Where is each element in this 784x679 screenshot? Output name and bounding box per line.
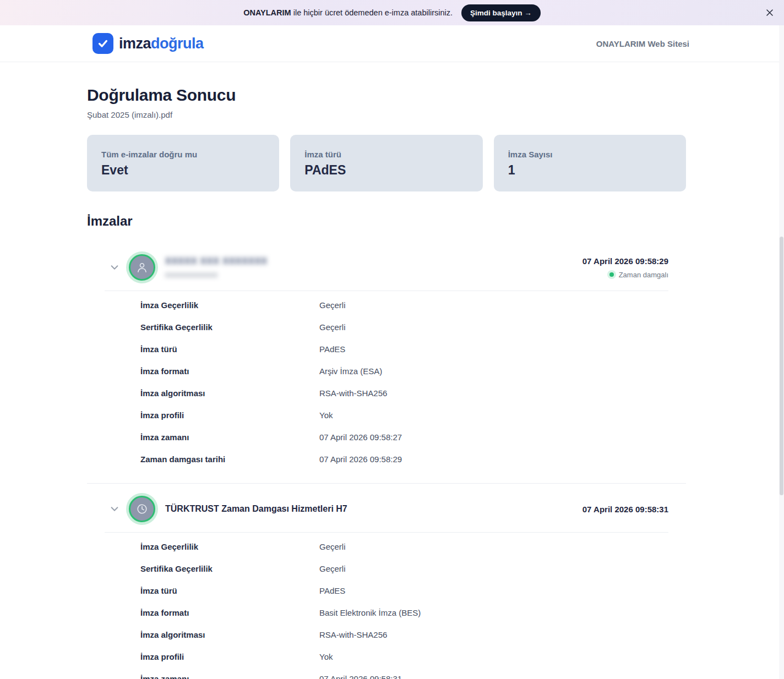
detail-row: Sertifika Geçerlilik Geçerli bbox=[140, 316, 686, 338]
signer-name-redacted: XXXXX XXX XXXXXXX bbox=[165, 256, 268, 266]
detail-label: İmza formatı bbox=[140, 366, 319, 376]
logo-check-badge bbox=[92, 33, 113, 54]
card-signature-count: İmza Sayısı 1 bbox=[494, 135, 686, 191]
timestamp-authority-avatar bbox=[129, 496, 155, 522]
promo-message: ONAYLARIM ile hiçbir ücret ödemeden e-im… bbox=[243, 8, 453, 17]
signature-row[interactable]: XXXXX XXX XXXXXXX xxxxxxxxxxxx 07 April … bbox=[87, 254, 686, 281]
detail-row: Sertifika Geçerlilik Geçerli bbox=[140, 557, 686, 579]
detail-label: İmza profili bbox=[140, 410, 319, 420]
timestamp-badge-label: Zaman damgalı bbox=[619, 271, 668, 279]
main-content: Doğrulama Sonucu Şubat 2025 (imzalı).pdf… bbox=[87, 86, 686, 679]
signature-block-1: XXXXX XXX XXXXXXX xxxxxxxxxxxx 07 April … bbox=[87, 254, 686, 475]
signature-row[interactable]: TÜRKTRUST Zaman Damgası Hizmetleri H7 07… bbox=[87, 484, 686, 522]
detail-label: İmza algoritması bbox=[140, 630, 319, 639]
card-value: PAdES bbox=[304, 163, 468, 178]
signer-name-block: XXXXX XXX XXXXXXX xxxxxxxxxxxx bbox=[165, 256, 268, 279]
signature-date: 07 April 2026 09:58:29 bbox=[582, 256, 668, 266]
detail-value: PAdES bbox=[319, 586, 345, 595]
signatures-heading: İmzalar bbox=[87, 213, 686, 229]
detail-row: İmza profili Yok bbox=[140, 404, 686, 426]
logo-wordmark-imza: imza bbox=[119, 35, 151, 52]
detail-row: İmza formatı Arşiv İmza (ESA) bbox=[140, 360, 686, 382]
collapse-toggle[interactable] bbox=[109, 503, 120, 514]
detail-row: İmza Geçerlilik Geçerli bbox=[140, 535, 686, 557]
card-signature-type: İmza türü PAdES bbox=[290, 135, 482, 191]
detail-row: Zaman damgası tarihi 07 April 2026 09:58… bbox=[140, 448, 686, 470]
detail-label: İmza Geçerlilik bbox=[140, 300, 319, 310]
signature-meta: 07 April 2026 09:58:31 bbox=[582, 505, 686, 514]
detail-label: İmza türü bbox=[140, 344, 319, 354]
chevron-down-icon bbox=[110, 262, 119, 272]
detail-value: RSA-with-SHA256 bbox=[319, 630, 387, 639]
signature-date: 07 April 2026 09:58:31 bbox=[582, 505, 668, 514]
timestamp-authority-name: TÜRKTRUST Zaman Damgası Hizmetleri H7 bbox=[165, 504, 347, 514]
detail-row: İmza zamanı 07 April 2026 09:58:31 bbox=[140, 667, 686, 679]
close-icon bbox=[765, 8, 774, 17]
timestamp-badge: Zaman damgalı bbox=[582, 271, 668, 279]
detail-value: Geçerli bbox=[319, 542, 346, 551]
chevron-down-icon bbox=[110, 504, 119, 514]
promo-banner: ONAYLARIM ile hiçbir ücret ödemeden e-im… bbox=[0, 0, 784, 25]
card-label: İmza Sayısı bbox=[508, 150, 672, 159]
detail-value: 07 April 2026 09:58:29 bbox=[319, 455, 402, 464]
document-filename: Şubat 2025 (imzalı).pdf bbox=[87, 110, 686, 119]
detail-row: İmza algoritması RSA-with-SHA256 bbox=[140, 623, 686, 645]
banner-close-button[interactable] bbox=[764, 7, 775, 18]
detail-value: Geçerli bbox=[319, 322, 346, 332]
detail-value: Basit Elektronik İmza (BES) bbox=[319, 608, 421, 617]
detail-value: Yok bbox=[319, 652, 333, 661]
logo-wordmark-dogrula: doğrula bbox=[151, 35, 204, 52]
person-icon bbox=[135, 260, 149, 275]
signer-subtitle-redacted: xxxxxxxxxxxx bbox=[165, 270, 268, 279]
detail-label: İmza profili bbox=[140, 652, 319, 661]
detail-value: Geçerli bbox=[319, 564, 346, 573]
signature-details: İmza Geçerlilik Geçerli Sertifika Geçerl… bbox=[87, 533, 686, 679]
detail-label: Zaman damgası tarihi bbox=[140, 455, 319, 464]
card-label: İmza türü bbox=[304, 150, 468, 159]
collapse-toggle[interactable] bbox=[109, 262, 120, 273]
start-now-button[interactable]: Şimdi başlayın → bbox=[461, 4, 541, 21]
signature-details: İmza Geçerlilik Geçerli Sertifika Geçerl… bbox=[87, 291, 686, 475]
clock-icon bbox=[135, 502, 149, 516]
signature-block-2: TÜRKTRUST Zaman Damgası Hizmetleri H7 07… bbox=[87, 484, 686, 679]
detail-value: Arşiv İmza (ESA) bbox=[319, 366, 382, 376]
onaylarim-website-link[interactable]: ONAYLARIM Web Sitesi bbox=[596, 39, 689, 48]
promo-message-text: ile hiçbir ücret ödemeden e-imza atabili… bbox=[291, 8, 453, 17]
card-value: Evet bbox=[101, 163, 265, 178]
detail-label: İmza formatı bbox=[140, 608, 319, 617]
detail-label: İmza algoritması bbox=[140, 388, 319, 398]
signer-avatar bbox=[129, 254, 155, 281]
detail-label: Sertifika Geçerlilik bbox=[140, 322, 319, 332]
card-label: Tüm e-imzalar doğru mu bbox=[101, 150, 265, 159]
promo-message-brand: ONAYLARIM bbox=[243, 8, 291, 17]
detail-label: İmza zamanı bbox=[140, 432, 319, 442]
detail-row: İmza formatı Basit Elektronik İmza (BES) bbox=[140, 601, 686, 623]
page-title: Doğrulama Sonucu bbox=[87, 86, 686, 105]
summary-cards: Tüm e-imzalar doğru mu Evet İmza türü PA… bbox=[87, 135, 686, 191]
detail-row: İmza zamanı 07 April 2026 09:58:27 bbox=[140, 426, 686, 448]
detail-value: PAdES bbox=[319, 344, 345, 354]
card-value: 1 bbox=[508, 163, 672, 178]
site-header: imzadoğrula ONAYLARIM Web Sitesi bbox=[0, 25, 784, 62]
detail-label: İmza Geçerlilik bbox=[140, 542, 319, 551]
checkmark-icon bbox=[97, 37, 109, 50]
logo-wordmark: imzadoğrula bbox=[119, 35, 204, 52]
detail-row: İmza türü PAdES bbox=[140, 579, 686, 601]
detail-value: 07 April 2026 09:58:31 bbox=[319, 674, 402, 679]
signature-meta: 07 April 2026 09:58:29 Zaman damgalı bbox=[582, 256, 686, 279]
detail-row: İmza profili Yok bbox=[140, 645, 686, 667]
detail-label: İmza zamanı bbox=[140, 674, 319, 679]
detail-row: İmza algoritması RSA-with-SHA256 bbox=[140, 382, 686, 404]
detail-row: İmza türü PAdES bbox=[140, 338, 686, 360]
detail-value: Yok bbox=[319, 410, 333, 420]
detail-value: RSA-with-SHA256 bbox=[319, 388, 387, 398]
green-dot-icon bbox=[609, 272, 614, 277]
signer-name-block: TÜRKTRUST Zaman Damgası Hizmetleri H7 bbox=[165, 504, 347, 514]
detail-label: İmza türü bbox=[140, 586, 319, 595]
detail-value: 07 April 2026 09:58:27 bbox=[319, 432, 402, 442]
vertical-scrollbar[interactable] bbox=[779, 25, 784, 679]
imzadogrula-logo[interactable]: imzadoğrula bbox=[92, 33, 204, 54]
detail-value: Geçerli bbox=[319, 300, 346, 310]
detail-row: İmza Geçerlilik Geçerli bbox=[140, 294, 686, 316]
scrollbar-thumb[interactable] bbox=[780, 237, 783, 495]
